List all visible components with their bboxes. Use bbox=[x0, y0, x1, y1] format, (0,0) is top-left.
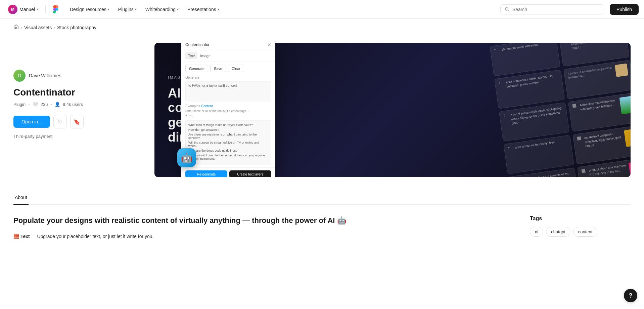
examples-link[interactable]: Content bbox=[201, 104, 213, 108]
card-text-icon: T bbox=[498, 81, 504, 87]
dialog-titlebar: Contentinator ✕ bbox=[181, 43, 275, 50]
card-text-icon: T bbox=[503, 113, 509, 119]
publish-button[interactable]: Publish bbox=[610, 4, 639, 15]
plugins-chevron: ▾ bbox=[135, 7, 137, 11]
generate-button[interactable]: Generate bbox=[185, 65, 208, 72]
dialog-input-label: Generate bbox=[185, 76, 271, 79]
card-item: ⬜ an abstract wallpaper, reflective, liq… bbox=[572, 125, 631, 164]
generated-q5: What are the dress code guidelines? bbox=[188, 149, 268, 152]
like-icon: 🤍 bbox=[33, 102, 38, 107]
dialog-controls: Generate Save Clear bbox=[185, 65, 271, 72]
nav-divider bbox=[45, 5, 46, 13]
dialog-example-items: Enter some or all of the focus (if eleme… bbox=[185, 109, 271, 117]
create-text-layers-button[interactable]: Create text layers bbox=[229, 170, 271, 178]
nav-item-presentations[interactable]: Presentations ▾ bbox=[183, 5, 223, 14]
dialog-footer: Re-generate Create text layers bbox=[181, 167, 275, 178]
generated-q4: Will the concert be streamed live on TV … bbox=[188, 141, 268, 148]
figma-logo[interactable] bbox=[50, 3, 62, 15]
about-section: About Populate your designs with realist… bbox=[0, 191, 644, 259]
generated-q3: Are there any restrictions on what I can… bbox=[188, 133, 268, 140]
hero-right: T 10 random email addresses ⬜ Interior d… bbox=[289, 43, 631, 177]
like-button[interactable]: ♡ bbox=[53, 115, 67, 128]
card-item: T a list of names for design files bbox=[503, 135, 574, 174]
card-item: T a list of social media posts spotlight… bbox=[499, 102, 570, 142]
tags-title: Tags bbox=[530, 216, 631, 222]
breadcrumb-sep-1: › bbox=[21, 25, 22, 30]
dialog-tab-image[interactable]: Image bbox=[197, 52, 213, 59]
card-image-icon: ⬜ bbox=[577, 136, 583, 142]
generated-q6: What should I bring to the concert if I … bbox=[188, 154, 268, 160]
about-sidebar: Tags ai chatgpt content bbox=[530, 216, 631, 245]
card-text-icon: T bbox=[494, 48, 500, 54]
card-item: T a list of business cards, Name, role, … bbox=[494, 70, 565, 109]
whiteboarding-chevron: ▾ bbox=[177, 7, 179, 11]
search-icon bbox=[505, 7, 510, 12]
save-button[interactable]: Save bbox=[210, 65, 226, 72]
avatar: M bbox=[8, 5, 17, 14]
nav-item-design-resources[interactable]: Design resources ▾ bbox=[66, 5, 113, 14]
generated-q1: What kind of things make up Taylor Swift… bbox=[188, 123, 268, 127]
regenerate-button[interactable]: Re-generate bbox=[185, 170, 227, 178]
generated-q2: How do I get answers? bbox=[188, 128, 268, 131]
third-party-label: Third-party payment bbox=[13, 134, 141, 139]
navbar: M Manuel ▾ Design resources ▾ Plugins ▾ … bbox=[0, 0, 644, 19]
user-name: Manuel bbox=[19, 7, 35, 12]
dialog-input[interactable]: to FAQs for a taylor swift concert bbox=[185, 81, 271, 102]
breadcrumb-home[interactable] bbox=[13, 24, 19, 31]
bot-icon: 🤖 bbox=[177, 148, 196, 167]
dialog-body: Generate Save Clear Generate to FAQs for… bbox=[181, 62, 275, 120]
about-paragraph: 🧱 Text — Upgrade your placeholder text, … bbox=[13, 233, 503, 240]
user-chevron-icon: ▾ bbox=[37, 7, 39, 11]
search-bar[interactable] bbox=[500, 4, 604, 14]
about-headline: Populate your designs with realistic con… bbox=[13, 216, 503, 226]
card-image-icon: ⬜ bbox=[563, 43, 569, 44]
about-tabs: About bbox=[13, 191, 631, 205]
dialog-examples-label: Examples Content bbox=[185, 104, 271, 108]
breadcrumb-visual-assets[interactable]: Visual assets bbox=[24, 25, 52, 30]
tag-chatgpt[interactable]: chatgpt bbox=[546, 227, 570, 237]
about-text: Populate your designs with realistic con… bbox=[13, 216, 503, 245]
nav-items: Design resources ▾ Plugins ▾ Whiteboardi… bbox=[66, 5, 223, 14]
dialog-tab-text[interactable]: Text bbox=[185, 52, 197, 59]
search-input[interactable] bbox=[512, 7, 600, 12]
dialog-close-button[interactable]: ✕ bbox=[267, 43, 271, 47]
plugin-author: D Dave Williames bbox=[13, 70, 141, 82]
tab-about[interactable]: About bbox=[13, 191, 29, 205]
author-avatar: D bbox=[13, 70, 26, 82]
users-icon: 👤 bbox=[55, 102, 60, 107]
plugin-meta: Plugin • 🤍 236 • 👤 9.4k users bbox=[13, 102, 141, 107]
card-image-icon: ⬜ bbox=[572, 104, 578, 110]
breadcrumb-sep-2: › bbox=[54, 25, 55, 30]
plugin-actions: Open in... ♡ 🔖 bbox=[13, 115, 141, 128]
main-content: D Dave Williames Contentinator Plugin • … bbox=[0, 36, 644, 191]
presentations-chevron: ▾ bbox=[218, 7, 219, 11]
design-resources-chevron: ▾ bbox=[108, 7, 109, 11]
tag-ai[interactable]: ai bbox=[530, 227, 543, 237]
nav-item-whiteboarding[interactable]: Whiteboarding ▾ bbox=[141, 5, 183, 14]
user-menu[interactable]: M Manuel ▾ bbox=[5, 3, 41, 15]
clear-button[interactable]: Clear bbox=[228, 65, 244, 72]
nav-item-plugins[interactable]: Plugins ▾ bbox=[114, 5, 141, 14]
plugin-title: Contentinator bbox=[13, 87, 141, 98]
about-body: Populate your designs with realistic con… bbox=[13, 216, 631, 245]
plugin-type: Plugin bbox=[13, 102, 26, 107]
breadcrumb: › Visual assets › Stock photography bbox=[0, 19, 644, 36]
card-item: ⬜ A beautiful mountainscape with lush gr… bbox=[568, 92, 631, 132]
bookmark-icon: 🔖 bbox=[74, 119, 80, 125]
heart-icon: ♡ bbox=[58, 119, 62, 125]
plugin-users: 9.4k users bbox=[63, 102, 83, 107]
open-button[interactable]: Open in... bbox=[13, 116, 50, 128]
breadcrumb-current: Stock photography bbox=[57, 25, 96, 30]
card-image-icon: ⬜ bbox=[581, 169, 587, 175]
cards-grid: T 10 random email addresses ⬜ Interior d… bbox=[490, 43, 631, 177]
card-item: A picture of an adorable puppy with a bi… bbox=[563, 60, 631, 99]
card-text-icon: T bbox=[508, 146, 514, 152]
bookmark-button[interactable]: 🔖 bbox=[70, 115, 84, 128]
hero-image: IMAGES • TEXT AI powered content generat… bbox=[154, 43, 631, 177]
author-name: Dave Williames bbox=[29, 73, 61, 78]
tag-content[interactable]: content bbox=[573, 227, 598, 237]
tags-list: ai chatgpt content bbox=[530, 227, 631, 237]
dialog-tabs: Text Image bbox=[181, 50, 275, 62]
left-panel: D Dave Williames Contentinator Plugin • … bbox=[13, 43, 141, 177]
dialog-title: Contentinator bbox=[185, 43, 210, 47]
